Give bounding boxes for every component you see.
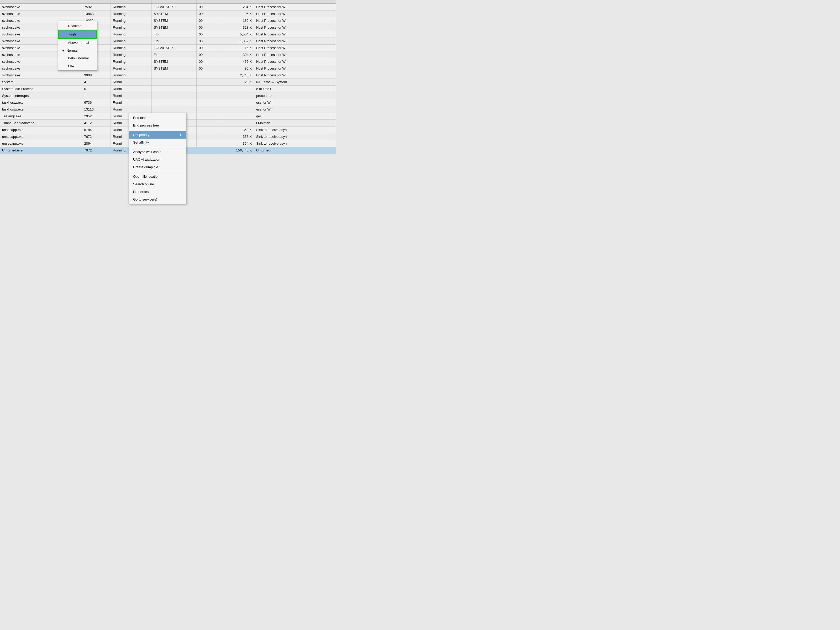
cell-user <box>152 92 197 99</box>
cell-name: System <box>0 79 82 85</box>
table-row[interactable]: svchost.exe5036RunningFlo00304 KHost Pro… <box>0 51 336 58</box>
cell-pid: 13868 <box>82 11 111 17</box>
cell-name: taskhostw.exe <box>0 106 82 113</box>
cell-name: Unturned.exe <box>0 147 82 154</box>
col-header-status[interactable] <box>111 0 152 3</box>
cell-name: svchost.exe <box>0 72 82 79</box>
context-menu-separator <box>129 130 186 130</box>
context-menu-item-end-task[interactable]: End task <box>129 114 186 122</box>
cell-cpu: 00 <box>197 51 217 58</box>
cell-desc: ger <box>254 113 336 120</box>
col-header-desc[interactable] <box>254 0 336 3</box>
cell-pid: 9908 <box>82 72 111 79</box>
cell-mem <box>217 99 254 106</box>
context-menu-item-analyze-wait-chain[interactable]: Analyze wait chain <box>129 148 186 156</box>
context-menu-item-create-dump-file[interactable]: Create dump file <box>129 163 186 171</box>
cell-user: SYSTEM <box>152 11 197 17</box>
table-row[interactable]: svchost.exe7592RunningLOCAL SER...00284 … <box>0 3 336 11</box>
cell-cpu <box>197 99 217 106</box>
cell-status: Runni <box>111 106 152 113</box>
table-row[interactable]: System interrupts-Runniprocedure <box>0 92 336 99</box>
table-row[interactable]: svchost.exe9480RunningFlo001,052 KHost P… <box>0 38 336 45</box>
cell-mem: 180 K <box>217 17 254 24</box>
cell-desc: ess for Wi <box>254 106 336 113</box>
cell-status: Runni <box>111 79 152 85</box>
submenu-item-normal[interactable]: ●Normal <box>58 46 97 54</box>
col-header-pid[interactable] <box>82 0 111 3</box>
cell-user <box>152 79 197 85</box>
cell-status: Running <box>111 45 152 51</box>
cell-desc: Host Process for Wi <box>254 31 336 38</box>
submenu-item-below-normal[interactable]: Below normal <box>58 54 97 62</box>
cell-mem: 156,440 K <box>217 147 254 154</box>
submenu-item-low[interactable]: Low <box>58 62 97 69</box>
submenu-item-label: High <box>69 32 76 36</box>
cell-pid: 6736 <box>82 99 111 106</box>
context-menu-item-uac-virtualization[interactable]: UAC virtualization <box>129 156 186 163</box>
cell-desc: r.Mainten <box>254 120 336 126</box>
cell-user: LOCAL SER... <box>152 45 197 51</box>
table-row[interactable]: svchost.exe1624RunningSYSTEM00452 KHost … <box>0 58 336 65</box>
cell-cpu <box>197 113 217 120</box>
context-menu-item-label: Set priority <box>133 133 149 137</box>
context-menu-item-search-online[interactable]: Search online <box>129 180 186 188</box>
context-menu-item-set-affinity[interactable]: Set affinity <box>129 139 186 146</box>
cell-mem: 2,748 K <box>217 72 254 79</box>
context-menu-item-label: Open file location <box>133 175 159 178</box>
col-header-memory[interactable] <box>217 0 254 3</box>
table-row[interactable]: svchost.exe9832RunningSYSTEM00328 KHost … <box>0 24 336 31</box>
submenu-arrow-icon: ▶ <box>180 133 182 136</box>
context-menu-item-open-file-location[interactable]: Open file location <box>129 173 186 180</box>
table-row[interactable]: System Idle Process0Runnie of time t <box>0 85 336 92</box>
cell-desc: Sink to receive asyn <box>254 140 336 147</box>
table-row[interactable]: svchost.exe15304RunningFlo005,504 KHost … <box>0 31 336 38</box>
table-row[interactable]: taskhostw.exe6736Runniess for Wi <box>0 99 336 106</box>
cell-cpu: 00 <box>197 58 217 65</box>
cell-pid: 7592 <box>82 3 111 11</box>
cell-cpu <box>197 106 217 113</box>
context-menu-item-end-process-tree[interactable]: End process tree <box>129 122 186 129</box>
cell-user <box>152 106 197 113</box>
table-row[interactable]: svchost.exe13868RunningSYSTEM0096 KHost … <box>0 11 336 17</box>
cell-cpu <box>197 140 217 147</box>
cell-mem <box>217 92 254 99</box>
table-row[interactable]: svchost.exe5852RunningLOCAL SER...0016 K… <box>0 45 336 51</box>
cell-desc: Host Process for Wi <box>254 17 336 24</box>
context-menu-separator <box>129 172 186 172</box>
context-menu-item-label: Set affinity <box>133 141 149 144</box>
table-row[interactable]: System4Runni20 KNT Kernel & System <box>0 79 336 85</box>
submenu-item-realtime[interactable]: Realtime <box>58 22 97 30</box>
cell-status: Running <box>111 31 152 38</box>
table-row[interactable]: svchost.exe10232RunningSYSTEM00180 KHost… <box>0 17 336 24</box>
cell-name: unsecapp.exe <box>0 140 82 147</box>
cell-cpu: 00 <box>197 31 217 38</box>
context-menu: End taskEnd process treeSet priority▶Set… <box>129 113 186 204</box>
cell-name: unsecapp.exe <box>0 133 82 140</box>
cell-user: LOCAL SER... <box>152 3 197 11</box>
cell-desc: Unturned <box>254 147 336 154</box>
cell-cpu: 00 <box>197 3 217 11</box>
table-row[interactable]: svchost.exe9908Running2,748 KHost Proces… <box>0 72 336 79</box>
cell-cpu <box>197 85 217 92</box>
context-menu-item-set-priority[interactable]: Set priority▶ <box>129 131 186 139</box>
context-menu-item-properties[interactable]: Properties <box>129 188 186 196</box>
cell-name: System Idle Process <box>0 85 82 92</box>
cell-user <box>152 72 197 79</box>
cell-mem: 80 K <box>217 65 254 72</box>
table-row[interactable]: svchost.exe14488RunningSYSTEM0080 KHost … <box>0 65 336 72</box>
cell-status: Running <box>111 11 152 17</box>
cell-desc: Host Process for Wi <box>254 72 336 79</box>
context-menu-item-go-to-services[interactable]: Go to service(s) <box>129 196 186 203</box>
col-header-name[interactable] <box>0 0 82 3</box>
context-menu-item-label: Properties <box>133 190 148 194</box>
table-row[interactable]: taskhostw.exe13116Runniess for Wi <box>0 106 336 113</box>
cell-cpu: 00 <box>197 38 217 45</box>
col-header-user[interactable] <box>152 0 197 3</box>
context-menu-separator <box>129 147 186 147</box>
submenu-item-above-normal[interactable]: Above normal <box>58 39 97 46</box>
cell-user <box>152 99 197 106</box>
cell-cpu: 00 <box>197 17 217 24</box>
submenu-item-label: Low <box>68 64 74 68</box>
col-header-cpu[interactable] <box>197 0 217 3</box>
submenu-item-high[interactable]: High <box>58 30 97 39</box>
